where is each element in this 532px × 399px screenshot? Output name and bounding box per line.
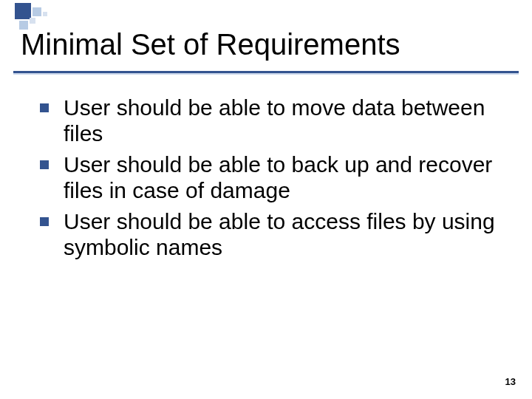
square-icon xyxy=(30,18,35,24)
bullet-icon xyxy=(40,103,49,112)
bullet-icon xyxy=(40,217,49,226)
list-item: User should be able to access files by u… xyxy=(40,208,502,261)
list-item-text: User should be able to back up and recov… xyxy=(64,152,492,202)
square-icon xyxy=(33,7,41,16)
bullet-icon xyxy=(40,160,49,169)
list-item: User should be able to move data between… xyxy=(40,95,502,147)
title-rule-shadow xyxy=(13,73,519,75)
square-icon xyxy=(43,12,47,16)
square-icon xyxy=(15,3,31,19)
list-item: User should be able to back up and recov… xyxy=(40,151,502,204)
slide-title: Minimal Set of Requirements xyxy=(21,28,400,61)
slide-body: User should be able to move data between… xyxy=(40,95,502,265)
slide: Minimal Set of Requirements User should … xyxy=(0,0,532,399)
list-item-text: User should be able to access files by u… xyxy=(64,209,495,259)
page-number: 13 xyxy=(505,376,516,387)
list-item-text: User should be able to move data between… xyxy=(64,95,485,146)
